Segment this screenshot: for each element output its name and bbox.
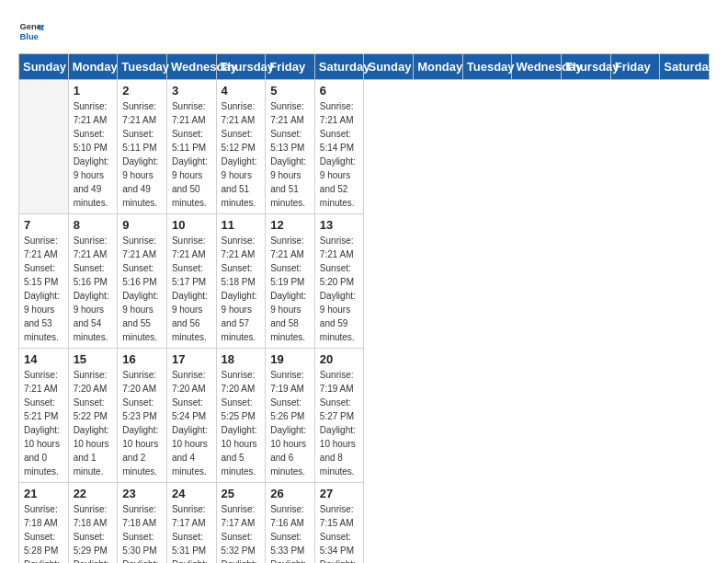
calendar-cell: 14Sunrise: 7:21 AMSunset: 5:21 PMDayligh… <box>19 349 69 483</box>
calendar-cell: 26Sunrise: 7:16 AMSunset: 5:33 PMDayligh… <box>266 483 315 564</box>
column-header-friday: Friday <box>266 54 315 80</box>
calendar-cell: 23Sunrise: 7:18 AMSunset: 5:30 PMDayligh… <box>118 483 167 564</box>
day-number: 24 <box>172 487 211 500</box>
svg-text:Blue: Blue <box>20 32 39 41</box>
day-number: 8 <box>74 218 113 232</box>
day-number: 12 <box>270 218 310 232</box>
column-header-wednesday: Wednesday <box>512 54 562 80</box>
calendar-cell: 11Sunrise: 7:21 AMSunset: 5:18 PMDayligh… <box>216 214 266 349</box>
calendar-table: SundayMondayTuesdayWednesdayThursdayFrid… <box>18 53 710 563</box>
week-row-4: 21Sunrise: 7:18 AMSunset: 5:28 PMDayligh… <box>19 483 710 564</box>
day-info: Sunrise: 7:21 AMSunset: 5:10 PMDaylight:… <box>74 99 113 210</box>
day-info: Sunrise: 7:21 AMSunset: 5:11 PMDaylight:… <box>172 99 211 210</box>
calendar-cell: 2Sunrise: 7:21 AMSunset: 5:11 PMDaylight… <box>118 80 167 214</box>
day-info: Sunrise: 7:21 AMSunset: 5:11 PMDaylight:… <box>122 99 162 210</box>
calendar-cell: 13Sunrise: 7:21 AMSunset: 5:20 PMDayligh… <box>314 214 364 349</box>
day-number: 20 <box>320 352 359 366</box>
day-number: 18 <box>222 352 261 366</box>
day-number: 1 <box>74 84 113 98</box>
column-header-monday: Monday <box>414 54 463 80</box>
header-row: SundayMondayTuesdayWednesdayThursdayFrid… <box>19 54 710 80</box>
day-info: Sunrise: 7:20 AMSunset: 5:22 PMDaylight:… <box>74 368 113 478</box>
calendar-cell: 10Sunrise: 7:21 AMSunset: 5:17 PMDayligh… <box>166 214 216 349</box>
column-header-thursday: Thursday <box>216 54 266 80</box>
day-number: 14 <box>24 352 63 366</box>
column-header-saturday: Saturday <box>660 54 710 80</box>
day-info: Sunrise: 7:21 AMSunset: 5:18 PMDaylight:… <box>222 234 261 344</box>
day-info: Sunrise: 7:21 AMSunset: 5:14 PMDaylight:… <box>320 99 359 210</box>
day-number: 9 <box>122 218 162 232</box>
day-info: Sunrise: 7:20 AMSunset: 5:23 PMDaylight:… <box>122 368 162 478</box>
calendar-cell: 21Sunrise: 7:18 AMSunset: 5:28 PMDayligh… <box>19 483 69 564</box>
calendar-cell: 3Sunrise: 7:21 AMSunset: 5:11 PMDaylight… <box>166 80 216 214</box>
calendar-cell: 20Sunrise: 7:19 AMSunset: 5:27 PMDayligh… <box>314 349 364 483</box>
day-number: 25 <box>222 487 261 500</box>
calendar-cell <box>19 80 69 214</box>
day-number: 17 <box>172 352 211 366</box>
week-row-2: 7Sunrise: 7:21 AMSunset: 5:15 PMDaylight… <box>19 214 710 349</box>
day-info: Sunrise: 7:19 AMSunset: 5:27 PMDaylight:… <box>320 368 359 478</box>
column-header-friday: Friday <box>610 54 660 80</box>
day-info: Sunrise: 7:21 AMSunset: 5:16 PMDaylight:… <box>122 234 162 344</box>
day-number: 4 <box>222 84 261 98</box>
calendar-cell: 15Sunrise: 7:20 AMSunset: 5:22 PMDayligh… <box>68 349 118 483</box>
day-info: Sunrise: 7:21 AMSunset: 5:19 PMDaylight:… <box>270 234 310 344</box>
day-info: Sunrise: 7:21 AMSunset: 5:13 PMDaylight:… <box>270 99 310 210</box>
day-info: Sunrise: 7:15 AMSunset: 5:34 PMDaylight:… <box>320 502 359 563</box>
column-header-wednesday: Wednesday <box>166 54 216 80</box>
day-number: 23 <box>122 487 162 500</box>
calendar-cell: 6Sunrise: 7:21 AMSunset: 5:14 PMDaylight… <box>314 80 364 214</box>
day-number: 16 <box>122 352 162 366</box>
day-info: Sunrise: 7:16 AMSunset: 5:33 PMDaylight:… <box>270 502 310 563</box>
day-info: Sunrise: 7:20 AMSunset: 5:25 PMDaylight:… <box>222 368 261 478</box>
day-info: Sunrise: 7:21 AMSunset: 5:17 PMDaylight:… <box>172 234 211 344</box>
day-number: 2 <box>122 84 162 98</box>
day-info: Sunrise: 7:17 AMSunset: 5:31 PMDaylight:… <box>172 502 211 563</box>
column-header-sunday: Sunday <box>19 54 69 80</box>
calendar-cell: 9Sunrise: 7:21 AMSunset: 5:16 PMDaylight… <box>118 214 167 349</box>
day-number: 26 <box>270 487 310 500</box>
page-header: General Blue <box>18 18 710 44</box>
calendar-cell: 24Sunrise: 7:17 AMSunset: 5:31 PMDayligh… <box>166 483 216 564</box>
day-info: Sunrise: 7:19 AMSunset: 5:26 PMDaylight:… <box>270 368 310 478</box>
day-number: 3 <box>172 84 211 98</box>
day-number: 15 <box>74 352 113 366</box>
day-number: 7 <box>24 218 63 232</box>
column-header-saturday: Saturday <box>314 54 364 80</box>
logo-icon: General Blue <box>18 18 44 44</box>
day-info: Sunrise: 7:17 AMSunset: 5:32 PMDaylight:… <box>222 502 261 563</box>
day-info: Sunrise: 7:21 AMSunset: 5:12 PMDaylight:… <box>222 99 261 210</box>
calendar-cell: 12Sunrise: 7:21 AMSunset: 5:19 PMDayligh… <box>266 214 315 349</box>
day-info: Sunrise: 7:21 AMSunset: 5:21 PMDaylight:… <box>24 368 63 478</box>
day-number: 19 <box>270 352 310 366</box>
calendar-cell: 16Sunrise: 7:20 AMSunset: 5:23 PMDayligh… <box>118 349 167 483</box>
day-info: Sunrise: 7:21 AMSunset: 5:20 PMDaylight:… <box>320 234 359 344</box>
calendar-cell: 8Sunrise: 7:21 AMSunset: 5:16 PMDaylight… <box>68 214 118 349</box>
day-info: Sunrise: 7:18 AMSunset: 5:30 PMDaylight:… <box>122 502 162 563</box>
day-number: 5 <box>270 84 310 98</box>
column-header-thursday: Thursday <box>562 54 611 80</box>
day-number: 21 <box>24 487 63 500</box>
calendar-cell: 18Sunrise: 7:20 AMSunset: 5:25 PMDayligh… <box>216 349 266 483</box>
column-header-tuesday: Tuesday <box>118 54 167 80</box>
calendar-cell: 25Sunrise: 7:17 AMSunset: 5:32 PMDayligh… <box>216 483 266 564</box>
day-info: Sunrise: 7:21 AMSunset: 5:16 PMDaylight:… <box>74 234 113 344</box>
day-number: 11 <box>222 218 261 232</box>
day-info: Sunrise: 7:21 AMSunset: 5:15 PMDaylight:… <box>24 234 63 344</box>
calendar-cell: 7Sunrise: 7:21 AMSunset: 5:15 PMDaylight… <box>19 214 69 349</box>
calendar-cell: 1Sunrise: 7:21 AMSunset: 5:10 PMDaylight… <box>68 80 118 214</box>
day-number: 10 <box>172 218 211 232</box>
week-row-1: 1Sunrise: 7:21 AMSunset: 5:10 PMDaylight… <box>19 80 710 214</box>
calendar-cell: 22Sunrise: 7:18 AMSunset: 5:29 PMDayligh… <box>68 483 118 564</box>
day-number: 6 <box>320 84 359 98</box>
column-header-sunday: Sunday <box>364 54 414 80</box>
calendar-cell: 4Sunrise: 7:21 AMSunset: 5:12 PMDaylight… <box>216 80 266 214</box>
calendar-cell: 19Sunrise: 7:19 AMSunset: 5:26 PMDayligh… <box>266 349 315 483</box>
calendar-cell: 5Sunrise: 7:21 AMSunset: 5:13 PMDaylight… <box>266 80 315 214</box>
day-number: 22 <box>74 487 113 500</box>
day-info: Sunrise: 7:18 AMSunset: 5:29 PMDaylight:… <box>74 502 113 563</box>
logo: General Blue <box>18 18 46 44</box>
calendar-cell: 27Sunrise: 7:15 AMSunset: 5:34 PMDayligh… <box>314 483 364 564</box>
day-number: 27 <box>320 487 359 500</box>
calendar-cell: 17Sunrise: 7:20 AMSunset: 5:24 PMDayligh… <box>166 349 216 483</box>
